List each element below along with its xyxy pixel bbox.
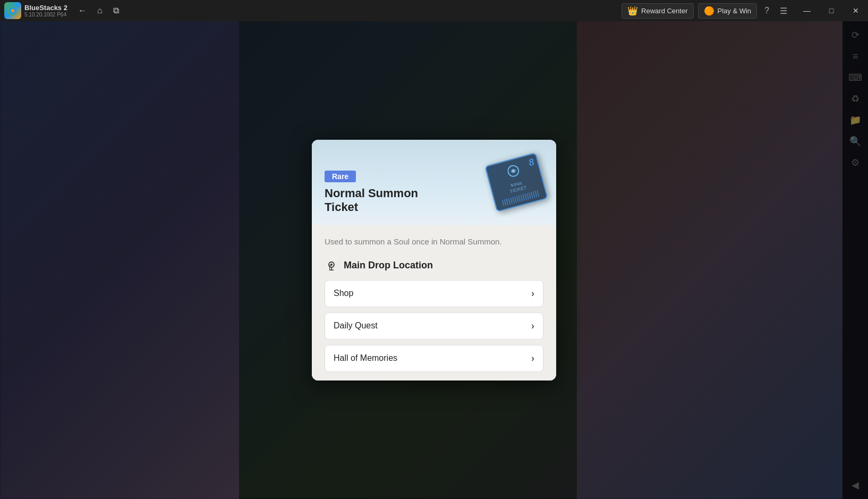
help-button[interactable]: ? xyxy=(761,4,772,18)
svg-point-6 xyxy=(330,264,333,266)
drop-location-header: Main Drop Location xyxy=(325,259,543,273)
chevron-icon-daily-quest: › xyxy=(531,320,534,332)
item-name-line2: Ticket xyxy=(325,200,358,214)
drop-location-title: Main Drop Location xyxy=(344,260,433,271)
titlebar: BlueStacks 2 5.10.20.1002 P64 ← ⌂ ⧉ 👑 Re… xyxy=(0,0,868,21)
ticket-barcode xyxy=(502,190,540,206)
location-label-hall-of-memories: Hall of Memories xyxy=(334,353,397,363)
minimize-button[interactable]: — xyxy=(795,0,819,21)
rarity-badge: Rare xyxy=(325,171,356,182)
maximize-button[interactable]: □ xyxy=(819,0,844,21)
play-win-button[interactable]: 🟠 Play & Win xyxy=(698,3,758,19)
location-label-shop: Shop xyxy=(334,289,353,298)
tabs-button[interactable]: ⧉ xyxy=(111,4,121,18)
ticket-icon-container: 8 SOUL TICKET xyxy=(487,153,546,212)
location-item-shop[interactable]: Shop › xyxy=(325,280,543,307)
chevron-icon-hall-of-memories: › xyxy=(531,353,534,364)
app-name: BlueStacks 2 xyxy=(24,4,67,12)
menu-button[interactable]: ☰ xyxy=(777,4,790,18)
titlebar-nav: ← ⌂ ⧉ xyxy=(76,4,121,18)
location-item-hall-of-memories[interactable]: Hall of Memories › xyxy=(325,345,543,372)
play-win-label: Play & Win xyxy=(718,7,752,15)
location-list: Shop › Daily Quest › Hall of Memories › xyxy=(325,280,543,372)
reward-center-label: Reward Center xyxy=(641,7,687,15)
location-item-daily-quest[interactable]: Daily Quest › xyxy=(325,312,543,340)
modal-overlay: Rare Normal Summon Ticket 8 xyxy=(0,21,868,499)
home-button[interactable]: ⌂ xyxy=(95,4,105,18)
item-name-line1: Normal Summon xyxy=(325,187,418,200)
item-card: Rare Normal Summon Ticket 8 xyxy=(312,140,556,380)
location-pin-icon xyxy=(325,259,338,273)
ticket-visual: 8 SOUL TICKET xyxy=(484,153,548,213)
window-controls: — □ ✕ xyxy=(795,0,868,21)
chevron-icon-shop: › xyxy=(531,288,534,299)
svg-point-2 xyxy=(11,9,14,12)
app-info: BlueStacks 2 5.10.20.1002 P64 xyxy=(24,4,67,18)
item-description: Used to summon a Soul once in Normal Sum… xyxy=(325,235,543,248)
reward-center-button[interactable]: 👑 Reward Center xyxy=(622,3,693,19)
coin-icon: 🟠 xyxy=(704,6,714,16)
card-body: Used to summon a Soul once in Normal Sum… xyxy=(312,225,556,380)
app-version: 5.10.20.1002 P64 xyxy=(24,12,67,18)
location-label-daily-quest: Daily Quest xyxy=(334,321,378,331)
crown-icon: 👑 xyxy=(627,6,638,16)
close-button[interactable]: ✕ xyxy=(844,0,868,21)
soul-icon xyxy=(504,162,523,183)
card-header: Rare Normal Summon Ticket 8 xyxy=(312,140,556,225)
titlebar-right: 👑 Reward Center 🟠 Play & Win ? ☰ xyxy=(622,3,790,19)
bluestacks-logo xyxy=(4,2,21,19)
back-button[interactable]: ← xyxy=(76,4,89,18)
svg-point-7 xyxy=(329,265,330,266)
